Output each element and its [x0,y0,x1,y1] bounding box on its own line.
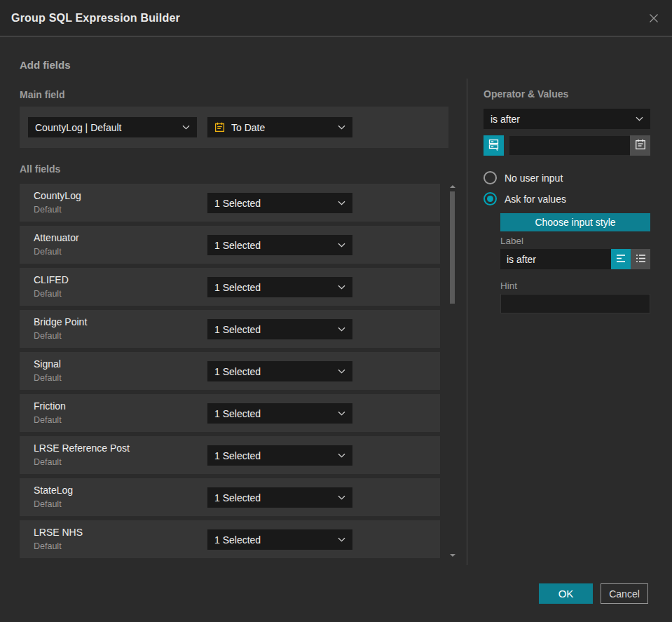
scrollbar-thumb[interactable] [450,191,455,304]
all-fields-list: CountyLog Default 1 Selected Attenuator … [20,184,440,562]
scroll-down-icon[interactable] [449,553,456,558]
field-selected-dropdown[interactable]: 1 Selected [207,403,352,424]
field-row: Attenuator Default 1 Selected [20,226,440,264]
chevron-down-icon [338,453,345,458]
operator-dropdown-value: is after [491,114,630,125]
field-row: LRSE NHS Default 1 Selected [20,520,440,558]
field-type: Default [34,247,62,257]
radio-ask-for-values[interactable]: Ask for values [484,192,566,205]
field-selected-dropdown-value: 1 Selected [214,408,332,419]
field-row: StateLog Default 1 Selected [20,478,440,516]
stacked-values-icon [488,138,500,154]
field-type: Default [34,415,62,425]
dialog-title: Group SQL Expression Builder [11,12,180,25]
field-type: Default [34,373,62,383]
operator-values-heading: Operator & Values [484,88,568,100]
single-line-style-button[interactable] [611,249,631,269]
main-field-dropdown[interactable]: CountyLog | Default [28,117,197,137]
field-selected-dropdown-value: 1 Selected [214,240,332,251]
field-selected-dropdown-value: 1 Selected [214,450,332,461]
field-name: StateLog [34,485,73,496]
field-type: Default [34,331,62,341]
field-selected-dropdown-value: 1 Selected [214,198,332,209]
chevron-down-icon [338,243,345,248]
radio-no-user-input[interactable]: No user input [484,171,563,184]
field-row: LRSE Reference Post Default 1 Selected [20,436,440,474]
field-row: Friction Default 1 Selected [20,394,440,432]
date-picker-button[interactable] [630,135,650,156]
scroll-up-icon[interactable] [449,184,456,189]
chevron-down-icon [338,327,345,332]
main-field-date-dropdown[interactable]: To Date [207,117,352,137]
align-left-icon [616,253,626,266]
field-type: Default [34,541,62,551]
field-name: CountyLog [34,190,81,201]
field-selected-dropdown[interactable]: 1 Selected [207,487,352,508]
label-field-label: Label [500,236,523,246]
field-name: Bridge Point [34,316,87,327]
list-scrollbar [449,184,456,561]
chevron-down-icon [338,201,345,205]
field-name: Friction [34,400,66,412]
chevron-down-icon [338,369,345,374]
chevron-down-icon [338,125,345,130]
field-row: Signal Default 1 Selected [20,352,440,390]
list-style-button[interactable] [631,249,650,269]
chevron-down-icon [338,411,345,416]
chevron-down-icon [182,125,190,130]
add-fields-heading: Add fields [20,59,71,71]
chevron-down-icon [338,495,345,500]
chevron-down-icon [636,116,643,121]
field-selected-dropdown[interactable]: 1 Selected [207,445,352,466]
label-input[interactable] [500,249,611,269]
field-name: CLIFED [34,274,69,285]
field-name: LRSE Reference Post [34,442,130,454]
chevron-down-icon [338,285,345,290]
all-fields-heading: All fields [20,163,60,175]
field-selected-dropdown-value: 1 Selected [214,324,332,335]
field-selected-dropdown[interactable]: 1 Selected [207,235,352,255]
field-type: Default [34,205,62,215]
main-field-dropdown-value: CountyLog | Default [35,122,177,133]
calendar-icon [214,122,225,133]
cancel-button[interactable]: Cancel [601,583,648,604]
field-selected-dropdown[interactable]: 1 Selected [207,361,352,381]
field-selected-dropdown[interactable]: 1 Selected [207,277,352,297]
main-field-date-dropdown-value: To Date [231,122,332,133]
field-type: Default [34,499,62,509]
radio-icon [484,192,497,205]
group-sql-expression-builder-dialog: Group SQL Expression Builder Add fields … [0,0,672,622]
field-selected-dropdown[interactable]: 1 Selected [207,319,352,339]
field-selected-dropdown[interactable]: 1 Selected [207,193,352,213]
field-selected-dropdown[interactable]: 1 Selected [207,529,352,550]
field-row: Bridge Point Default 1 Selected [20,310,440,348]
main-field-panel: CountyLog | Default To Date [20,107,448,148]
choose-input-style-button[interactable]: Choose input style [500,213,650,231]
field-row: CLIFED Default 1 Selected [20,268,440,306]
chevron-down-icon [338,537,345,542]
dialog-titlebar: Group SQL Expression Builder [0,0,672,36]
calendar-icon [635,139,646,153]
field-name: LRSE NHS [34,527,83,538]
panel-divider [467,79,467,565]
field-selected-dropdown-value: 1 Selected [214,366,332,377]
field-selected-dropdown-value: 1 Selected [214,534,332,546]
field-type: Default [34,457,62,467]
close-icon[interactable] [647,11,661,25]
value-input[interactable] [509,136,630,155]
hint-field-label: Hint [500,280,517,291]
field-type: Default [34,289,62,299]
field-selected-dropdown-value: 1 Selected [214,282,332,293]
field-name: Signal [34,358,61,370]
hint-input[interactable] [500,294,650,313]
radio-ask-for-values-label: Ask for values [505,194,566,205]
bullet-list-icon [636,253,646,266]
stacked-values-button[interactable] [484,135,504,156]
field-selected-dropdown-value: 1 Selected [214,492,332,503]
field-name: Attenuator [34,232,79,243]
field-row: CountyLog Default 1 Selected [20,184,440,222]
operator-dropdown[interactable]: is after [484,109,650,129]
main-field-heading: Main field [20,89,65,100]
radio-icon [484,171,497,184]
ok-button[interactable]: OK [539,583,593,604]
